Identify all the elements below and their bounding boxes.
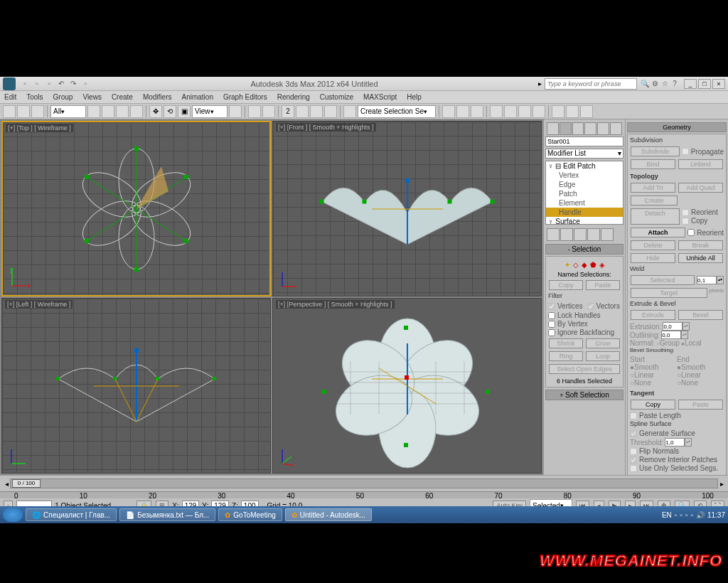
motion-tab-icon[interactable] — [584, 122, 596, 135]
favorite-icon[interactable]: ☆ — [660, 79, 670, 89]
tray-icon[interactable]: ▫ — [680, 511, 682, 519]
align-icon[interactable] — [456, 105, 469, 118]
lock-handles-checkbox[interactable]: Lock Handles — [548, 311, 621, 319]
threshold-spinner[interactable]: ▴▾ — [665, 438, 692, 446]
viewport-front-label[interactable]: [+] [Front ] [ Smooth + Highlights ] — [276, 123, 376, 132]
stack-handle[interactable]: Handle — [546, 208, 623, 217]
open-icon[interactable]: ▫ — [32, 79, 42, 89]
stack-edge[interactable]: Edge — [546, 180, 623, 189]
tangent-copy-button[interactable]: Copy — [631, 400, 675, 410]
rotate-tool-icon[interactable]: ⟲ — [164, 105, 176, 118]
unlink-tool-icon[interactable] — [17, 105, 30, 118]
by-vertex-checkbox[interactable]: By Vertex — [548, 320, 621, 328]
new-icon[interactable]: ▫ — [20, 79, 30, 89]
extrude-button[interactable]: Extrude — [631, 310, 675, 320]
redo-icon[interactable]: ↷ — [68, 79, 78, 89]
menu-rendering[interactable]: Rendering — [277, 93, 310, 101]
add-quad-button[interactable]: Add Quad — [678, 183, 723, 193]
stack-patch[interactable]: Patch — [546, 189, 623, 198]
taskbar-item-browser[interactable]: 🌐Специалист | Глав... — [26, 508, 117, 521]
unbind-button[interactable]: Unbind — [678, 159, 723, 169]
snap-percent-icon[interactable] — [310, 105, 323, 118]
copy-sel-button[interactable]: Copy — [549, 280, 583, 290]
link-icon[interactable]: ▫ — [80, 79, 90, 89]
hide-button[interactable]: Hide — [631, 253, 675, 263]
save-icon[interactable]: ▫ — [44, 79, 54, 89]
detach-reorient-checkbox[interactable]: Reorient — [682, 208, 724, 216]
schematic-view-icon[interactable] — [518, 105, 531, 118]
detach-button[interactable]: Detach — [631, 208, 680, 225]
delete-button[interactable]: Delete — [631, 240, 675, 250]
time-slider[interactable]: 0 / 100 — [10, 478, 718, 488]
generate-surface-checkbox[interactable]: Generate Surface — [630, 429, 724, 437]
break-button[interactable]: Break — [678, 240, 723, 250]
shrink-button[interactable]: Shrink — [549, 338, 583, 348]
flip-normals-checkbox[interactable]: Flip Normals — [630, 447, 724, 455]
element-subobj-icon[interactable]: ⬟ — [590, 261, 596, 269]
selection-rollout-header[interactable]: - Selection — [545, 244, 623, 255]
menu-help[interactable]: Help — [407, 93, 422, 101]
mirror-icon[interactable] — [442, 105, 455, 118]
undo-icon[interactable]: ↶ — [56, 79, 66, 89]
maximize-button[interactable]: □ — [698, 79, 711, 89]
paste-length-checkbox[interactable]: Paste Length — [630, 412, 724, 419]
volume-icon[interactable]: 🔊 — [696, 511, 705, 519]
soft-selection-rollout-header[interactable]: + Soft Selection — [545, 390, 623, 400]
geometry-rollout-header[interactable]: Geometry — [627, 122, 727, 132]
material-editor-icon[interactable] — [532, 105, 545, 118]
viewport-perspective[interactable]: [+] [Perspective ] [ Smooth + Highlights… — [272, 298, 542, 474]
stack-element[interactable]: Element — [546, 198, 623, 208]
pin-stack-icon[interactable] — [547, 228, 560, 241]
taskbar-item-3dsmax[interactable]: ✿Untitled - Autodesk... — [285, 508, 372, 521]
subdivide-button[interactable]: Subdivide — [631, 146, 680, 156]
viewport-front[interactable]: [+] [Front ] [ Smooth + Highlights ] — [272, 121, 542, 296]
taskbar-item-gotomeeting[interactable]: ✿GoToMeeting — [218, 508, 282, 521]
stack-vertex[interactable]: Vertex — [546, 171, 623, 180]
clock[interactable]: 11:37 — [707, 511, 725, 519]
timeline-prev-icon[interactable]: ◂ — [3, 480, 10, 488]
propagate-checkbox[interactable]: Propagate — [682, 146, 724, 156]
taskbar-item-notepad[interactable]: 📄Безымянка.txt — Бл... — [119, 508, 215, 521]
render-icon[interactable] — [580, 105, 593, 118]
help-icon[interactable]: ? — [670, 79, 680, 89]
graphite-tools-icon[interactable] — [490, 105, 503, 118]
move-tool-icon[interactable]: ✥ — [149, 105, 162, 118]
exchange-icon[interactable]: ⚙ — [650, 79, 660, 89]
menu-modifiers[interactable]: Modifiers — [143, 93, 172, 101]
object-name-input[interactable] — [545, 137, 623, 146]
bevel-button[interactable]: Bevel — [678, 310, 723, 320]
tangent-paste-button[interactable]: Paste — [678, 400, 723, 410]
menu-create[interactable]: Create — [112, 93, 133, 101]
menu-graph-editors[interactable]: Graph Editors — [223, 93, 267, 101]
link-tool-icon[interactable] — [3, 105, 16, 118]
select-rect-tool-icon[interactable] — [116, 105, 129, 118]
hierarchy-tab-icon[interactable] — [572, 122, 584, 135]
make-unique-icon[interactable] — [574, 228, 587, 241]
select-name-tool-icon[interactable] — [102, 105, 114, 118]
select-tool-icon[interactable] — [87, 105, 100, 118]
unhide-all-button[interactable]: Unhide All — [678, 253, 723, 263]
minimize-button[interactable]: _ — [684, 79, 697, 89]
modifier-list-dropdown[interactable]: Modifier List▾ — [545, 149, 623, 159]
manipulate-icon[interactable] — [248, 105, 261, 118]
weld-target-button[interactable]: Target — [631, 288, 707, 298]
layer-icon[interactable] — [471, 105, 483, 118]
use-only-selected-checkbox[interactable]: Use Only Selected Segs. — [630, 464, 724, 472]
remove-interior-checkbox[interactable]: Remove Interior Patches — [630, 456, 724, 464]
timeline-next-icon[interactable]: ▸ — [718, 480, 725, 488]
menu-maxscript[interactable]: MAXScript — [363, 93, 397, 101]
named-selection-dropdown[interactable]: Create Selection Se ▾ — [358, 105, 436, 118]
edge-subobj-icon[interactable]: ◇ — [573, 261, 579, 269]
loop-button[interactable]: Loop — [586, 351, 620, 361]
snap-spinner-icon[interactable] — [324, 105, 337, 118]
snap-2d-icon[interactable]: 2 — [282, 105, 294, 118]
filter-vertices-checkbox[interactable]: Vertices — [548, 302, 583, 310]
stack-surface[interactable]: ♀ Surface — [546, 217, 623, 226]
render-setup-icon[interactable] — [552, 105, 564, 118]
remove-modifier-icon[interactable] — [587, 228, 600, 241]
modifier-stack[interactable]: ♀ ⊟ Edit Patch Vertex Edge Patch Element… — [545, 161, 623, 225]
scale-tool-icon[interactable]: ▣ — [178, 105, 191, 118]
window-crossing-icon[interactable] — [130, 105, 143, 118]
edit-named-sel-icon[interactable] — [343, 105, 356, 118]
attach-reorient-checkbox[interactable]: Reorient — [687, 228, 724, 237]
